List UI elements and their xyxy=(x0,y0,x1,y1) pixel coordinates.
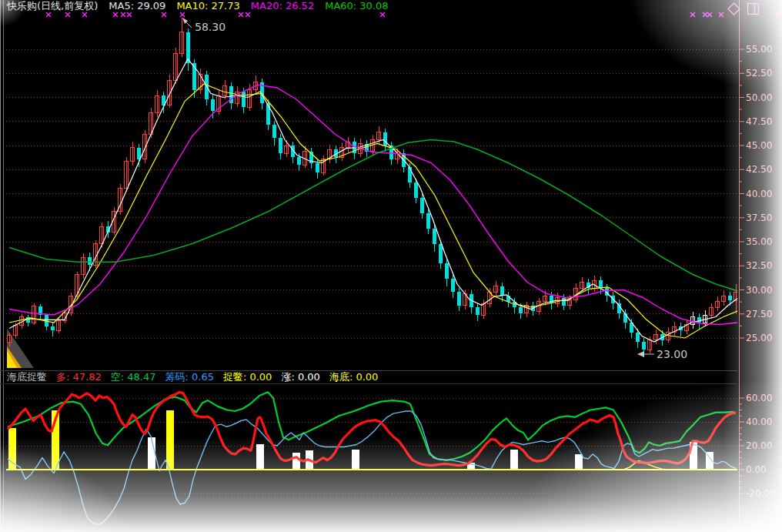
indicator-axis-label: 60.00 xyxy=(746,393,772,403)
data-start-marker xyxy=(7,329,34,368)
indicator-value-3: 捉鳖: 0.00 xyxy=(223,370,272,384)
indicator-value-4: 涨: 0.00 xyxy=(281,370,319,384)
indicator-value-2: 筹码: 0.65 xyxy=(165,370,213,384)
chart-canvas[interactable]: 55.0052.5050.0047.5045.0042.5040.0037.50… xyxy=(0,0,782,532)
yellow-signal-bar xyxy=(166,410,174,470)
sell-marks-group xyxy=(46,12,780,17)
stock-chart-window: 55.0052.5050.0047.5045.0042.5040.0037.50… xyxy=(0,0,782,532)
main-axis-label: 42.50 xyxy=(746,164,772,175)
white-signal-bar xyxy=(256,444,264,470)
annotations-group: 58.3023.00 xyxy=(182,18,687,360)
indicator-name: 海底捉鳖 xyxy=(7,370,47,384)
security-title: 快乐购(日线,前复权) xyxy=(7,1,98,12)
white-signal-bar xyxy=(510,450,518,470)
main-axis-label: 35.00 xyxy=(746,236,772,247)
indicator-header: 海底捉鳖 多: 47.82空: 48.47筹码: 0.65捉鳖: 0.00涨: … xyxy=(0,370,737,384)
main-axis-label: 47.50 xyxy=(746,116,772,127)
ma-legend-item-3: MA60: 30.08 xyxy=(325,1,388,12)
main-axis-label: 27.50 xyxy=(746,309,772,320)
low-price-label: 23.00 xyxy=(657,348,687,360)
yellow-signal-bar xyxy=(8,428,16,470)
main-axis-label: 55.00 xyxy=(746,44,772,55)
indicator-value-1: 空: 48.47 xyxy=(111,370,156,384)
main-axis-label: 30.00 xyxy=(746,285,772,296)
indicator-series-group xyxy=(6,392,737,524)
ma-legend-item-0: MA5: 29.09 xyxy=(109,1,165,12)
high-price-label: 58.30 xyxy=(195,21,226,33)
main-axis-label: 25.00 xyxy=(746,333,772,343)
main-axis-label: 40.00 xyxy=(746,189,772,199)
indicator-axis-label: 20.00 xyxy=(746,440,772,451)
ma-legend-item-1: MA10: 27.73 xyxy=(176,1,239,12)
indicator-line-多 xyxy=(8,392,736,465)
indicator-axis-label: -20.00 xyxy=(746,488,776,499)
white-signal-bar xyxy=(352,450,359,470)
main-axis-label: 32.50 xyxy=(746,260,772,271)
indicator-value-0: 多: 47.82 xyxy=(56,370,102,384)
main-chart-legend: 快乐购(日线,前复权) MA5: 29.09MA10: 27.73MA20: 2… xyxy=(7,0,389,12)
diamond-icon[interactable] xyxy=(727,2,741,16)
main-axis-label: 45.00 xyxy=(746,140,772,151)
window-icons xyxy=(727,2,760,16)
white-signal-bar xyxy=(292,453,300,470)
white-signal-bar xyxy=(575,454,583,470)
main-axis-label: 37.50 xyxy=(746,212,772,223)
restore-window-icon[interactable] xyxy=(746,2,760,16)
indicator-axis-label: 40.00 xyxy=(746,417,772,427)
white-signal-bar xyxy=(148,437,155,470)
main-axis-label: 52.50 xyxy=(746,68,772,79)
indicator-line-海底信号 xyxy=(8,460,736,470)
indicator-value-5: 海底: 0.00 xyxy=(329,370,378,384)
main-grid: 55.0052.5050.0047.5045.0042.5040.0037.50… xyxy=(6,0,772,531)
indicator-line-空 xyxy=(8,392,734,460)
main-axis-label: 50.00 xyxy=(746,92,772,103)
candles-group xyxy=(8,32,738,350)
indicator-axis-label: 0.00 xyxy=(746,464,767,475)
indicator-line-筹码 xyxy=(8,411,736,524)
ma-line-MA60 xyxy=(9,140,737,291)
ma-legend-item-2: MA20: 26.52 xyxy=(251,1,314,12)
